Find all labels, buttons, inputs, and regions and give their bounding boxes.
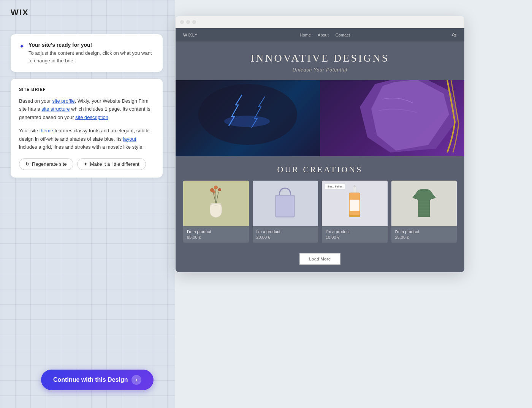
site-structure-link[interactable]: site structure [41,106,70,112]
preview-nav-logo: WIXLY [183,33,198,37]
info-card-title: Your site's ready for you! [28,42,154,48]
bag-svg [271,184,299,222]
nav-link-about[interactable]: About [318,33,329,37]
load-more-section: Load More [176,249,464,272]
nav-link-home[interactable]: Home [300,33,311,37]
load-more-button[interactable]: Load More [299,253,340,265]
product-info-4: I'm a product 25,00 € [391,226,457,243]
browser-chrome [176,16,464,28]
brief-card: SITE BRIEF Based on your site profile, W… [11,79,163,178]
continue-label: Continue with this Design [53,376,128,383]
vase-svg [203,184,229,222]
make-different-label: Make it a little different [90,161,139,167]
magic-wand-icon: ✦ [84,161,88,167]
best-seller-badge: Best Seller [325,184,345,189]
product-name-4: I'm a product [395,229,453,234]
brief-paragraph-1: Based on your site profile, Wixly, your … [19,97,154,121]
svg-line-10 [216,192,218,203]
product-name-2: I'm a product [256,229,315,234]
continue-button[interactable]: Continue with this Design › [41,370,154,390]
sweater-svg [407,186,441,221]
product-card-4: I'm a product 25,00 € [391,181,457,243]
product-price-2: 20,00 € [256,235,315,240]
product-image-2 [253,181,318,226]
product-info-3: I'm a product 10,00 € [322,226,388,243]
regenerate-site-button[interactable]: ↻ Regenerate site [19,158,73,170]
info-card-header: ✦ Your site's ready for you! To adjust t… [19,42,154,64]
make-different-button[interactable]: ✦ Make it a little different [77,158,146,170]
preview-nav-links: Home About Contact [300,33,350,37]
browser-dot-close[interactable] [192,20,196,24]
browser-dot-maximize[interactable] [186,20,190,24]
browser-dot-minimize[interactable] [180,20,184,24]
bottle-svg [346,184,363,222]
product-name-1: I'm a product [187,229,245,234]
product-price-1: 85,00 € [187,235,245,240]
sparkle-icon: ✦ [19,42,25,51]
svg-point-5 [214,186,218,189]
svg-point-1 [224,116,270,127]
hero-subtitle: Unleash Your Potential [183,67,457,73]
site-profile-link[interactable]: site profile [52,98,74,104]
product-card-1: I'm a product 85,00 € [183,181,249,243]
brief-label: SITE BRIEF [19,87,154,92]
product-card-2: I'm a product 20,00 € [253,181,318,243]
brief-text-end-1: . [108,114,110,120]
preview-creations: OUR CREATIONS [176,156,464,249]
product-name-3: I'm a product [326,229,384,234]
info-card: ✦ Your site's ready for you! To adjust t… [11,34,163,72]
rock-svg [322,80,462,152]
brief-actions: ↻ Regenerate site ✦ Make it a little dif… [19,158,154,170]
preview-nav: WIXLY Home About Contact 🛍 [176,28,464,41]
product-price-4: 25,00 € [395,235,453,240]
site-description-link[interactable]: site description [75,114,108,120]
brief-text-prefix-1: Based on your [19,98,52,104]
brief-text-prefix-2: Your site [19,128,40,133]
website-preview: WIXLY Home About Contact 🛍 INNOVATIVE DE… [176,28,464,272]
svg-rect-12 [276,196,294,216]
product-image-3: Best Seller [322,181,388,226]
hero-image-left [176,80,320,156]
svg-point-6 [218,188,221,191]
product-info-2: I'm a product 20,00 € [253,226,318,243]
product-info-1: I'm a product 85,00 € [183,226,249,243]
cart-icon[interactable]: 🛍 [452,32,457,38]
product-image-4 [391,181,457,226]
wix-logo: WIX [11,8,29,17]
svg-rect-17 [349,215,360,217]
preview-hero: INNOVATIVE DESIGNS Unleash Your Potentia… [176,41,464,80]
layout-link[interactable]: layout [123,136,136,142]
svg-rect-16 [350,200,359,211]
left-panel: ✦ Your site's ready for you! To adjust t… [11,34,163,178]
brief-paragraph-2: Your site theme features classy fonts an… [19,127,154,151]
product-image-1 [183,181,249,226]
info-card-desc: To adjust the content and design, click … [28,49,154,64]
browser-window: WIXLY Home About Contact 🛍 INNOVATIVE DE… [176,16,464,272]
svg-point-7 [212,191,215,194]
product-price-3: 10,00 € [326,235,384,240]
products-grid: I'm a product 85,00 € [183,181,457,243]
theme-link[interactable]: theme [40,128,53,133]
hero-title: INNOVATIVE DESIGNS [183,52,457,64]
regenerate-label: Regenerate site [32,161,67,167]
svg-rect-14 [354,185,355,187]
regenerate-icon: ↻ [25,161,30,167]
continue-arrow-icon: › [131,375,141,385]
info-card-content: Your site's ready for you! To adjust the… [28,42,154,64]
nav-link-contact[interactable]: Contact [336,33,350,37]
creations-title: OUR CREATIONS [183,165,457,175]
brief-text-suffix-2: includes a grid, lines and strokes with … [19,144,144,150]
product-card-3: Best Seller [322,181,388,243]
preview-images [176,80,464,156]
lightning-svg [191,80,305,156]
hero-image-right [320,80,464,156]
svg-line-8 [213,192,216,203]
svg-point-0 [198,84,297,145]
